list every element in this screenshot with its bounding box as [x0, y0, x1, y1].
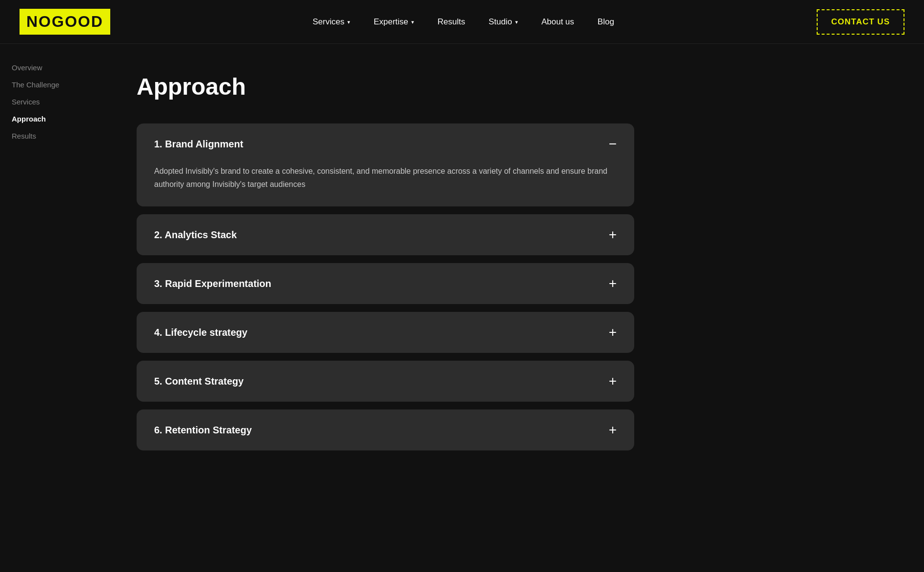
accordion-title-6: 6. Retention Strategy — [154, 425, 252, 436]
sidebar: Overview The Challenge Services Approach… — [0, 44, 107, 572]
sidebar-item-services[interactable]: Services — [12, 98, 96, 106]
plus-icon: + — [609, 423, 617, 437]
nav-services[interactable]: Services ▾ — [313, 17, 350, 27]
accordion-title-4: 4. Lifecycle strategy — [154, 327, 247, 338]
accordion-header-3[interactable]: 3. Rapid Experimentation + — [137, 263, 634, 304]
chevron-down-icon: ▾ — [347, 19, 350, 25]
contact-us-button[interactable]: CONTACT US — [817, 9, 904, 35]
accordion-header-1[interactable]: 1. Brand Alignment − — [137, 123, 634, 164]
nav-blog[interactable]: Blog — [598, 17, 614, 27]
logo[interactable]: NOGOOD — [20, 9, 110, 35]
plus-icon: + — [609, 277, 617, 290]
main-nav: Services ▾ Expertise ▾ Results Studio ▾ … — [313, 17, 614, 27]
accordion-header-5[interactable]: 5. Content Strategy + — [137, 361, 634, 402]
page-title: Approach — [137, 73, 885, 100]
accordion-item-2: 2. Analytics Stack + — [137, 214, 634, 255]
accordion-item-5: 5. Content Strategy + — [137, 361, 634, 402]
accordion-header-6[interactable]: 6. Retention Strategy + — [137, 409, 634, 450]
nav-about[interactable]: About us — [542, 17, 574, 27]
chevron-down-icon: ▾ — [515, 19, 518, 25]
accordion-item-6: 6. Retention Strategy + — [137, 409, 634, 450]
sidebar-item-challenge[interactable]: The Challenge — [12, 81, 96, 89]
nav-studio[interactable]: Studio ▾ — [489, 17, 518, 27]
accordion-title-5: 5. Content Strategy — [154, 376, 243, 387]
chevron-down-icon: ▾ — [411, 19, 414, 25]
nav-results[interactable]: Results — [438, 17, 465, 27]
approach-accordion: 1. Brand Alignment − Adopted Invisibly's… — [137, 123, 634, 450]
accordion-title-1: 1. Brand Alignment — [154, 139, 243, 150]
sidebar-item-approach[interactable]: Approach — [12, 115, 96, 123]
accordion-title-2: 2. Analytics Stack — [154, 229, 237, 241]
accordion-body-1: Adopted Invisibly's brand to create a co… — [137, 164, 634, 206]
accordion-title-3: 3. Rapid Experimentation — [154, 278, 271, 289]
accordion-header-2[interactable]: 2. Analytics Stack + — [137, 214, 634, 255]
sidebar-item-results[interactable]: Results — [12, 132, 96, 140]
sidebar-item-overview[interactable]: Overview — [12, 63, 96, 72]
nav-expertise[interactable]: Expertise ▾ — [374, 17, 414, 27]
plus-icon: + — [609, 374, 617, 388]
plus-icon: + — [609, 326, 617, 339]
accordion-item-4: 4. Lifecycle strategy + — [137, 312, 634, 353]
main-content: Approach 1. Brand Alignment − Adopted In… — [107, 44, 924, 572]
accordion-header-4[interactable]: 4. Lifecycle strategy + — [137, 312, 634, 353]
accordion-item-3: 3. Rapid Experimentation + — [137, 263, 634, 304]
plus-icon: + — [609, 228, 617, 242]
page-body: Overview The Challenge Services Approach… — [0, 44, 924, 572]
minus-icon: − — [609, 137, 617, 151]
accordion-item-1: 1. Brand Alignment − Adopted Invisibly's… — [137, 123, 634, 206]
header: NOGOOD Services ▾ Expertise ▾ Results St… — [0, 0, 924, 44]
accordion-text-1: Adopted Invisibly's brand to create a co… — [154, 164, 617, 191]
